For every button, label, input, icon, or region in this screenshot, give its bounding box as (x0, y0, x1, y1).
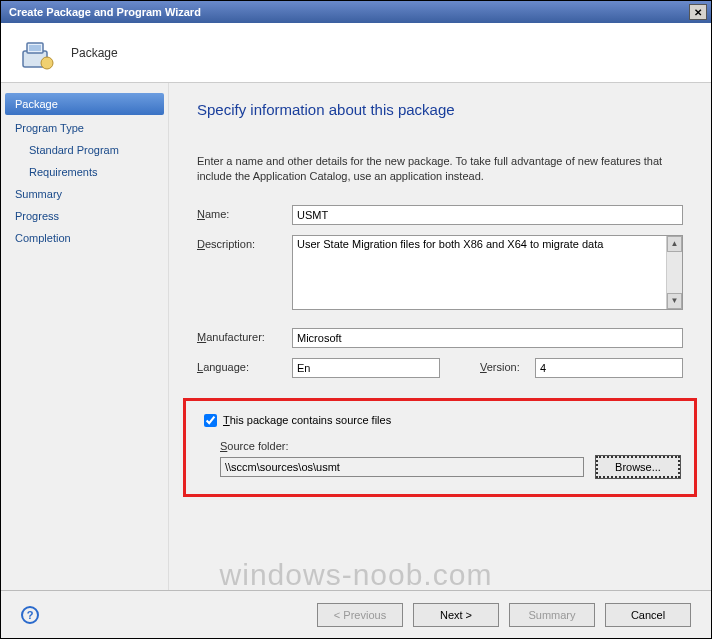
content-area: Package Program Type Standard Program Re… (1, 83, 711, 590)
language-input[interactable] (292, 358, 440, 378)
sidebar-item-package[interactable]: Package (5, 93, 164, 115)
sidebar-item-summary[interactable]: Summary (1, 183, 168, 205)
sidebar-item-requirements[interactable]: Requirements (1, 161, 168, 183)
summary-button: Summary (509, 603, 595, 627)
description-label: Description: (197, 235, 292, 250)
instruction-text: Enter a name and other details for the n… (197, 154, 683, 185)
manufacturer-input[interactable] (292, 328, 683, 348)
svg-rect-2 (29, 45, 41, 51)
source-files-checkbox-label: This package contains source files (223, 414, 391, 426)
sidebar: Package Program Type Standard Program Re… (1, 83, 169, 590)
banner: Package (1, 23, 711, 83)
source-files-checkbox[interactable] (204, 414, 217, 427)
manufacturer-label: Manufacturer: (197, 328, 292, 343)
svg-point-3 (41, 57, 53, 69)
sidebar-item-completion[interactable]: Completion (1, 227, 168, 249)
language-label: Language: (197, 358, 292, 373)
source-files-section: This package contains source files Sourc… (183, 398, 697, 497)
name-input[interactable] (292, 205, 683, 225)
banner-title: Package (71, 46, 118, 60)
sidebar-item-progress[interactable]: Progress (1, 205, 168, 227)
help-icon[interactable]: ? (21, 606, 39, 624)
source-folder-input[interactable] (220, 457, 584, 477)
scroll-up-icon[interactable]: ▲ (667, 236, 682, 252)
page-heading: Specify information about this package (197, 101, 683, 124)
source-folder-label: Source folder: (220, 440, 680, 452)
description-input[interactable] (293, 236, 666, 309)
titlebar: Create Package and Program Wizard ✕ (1, 1, 711, 23)
close-icon: ✕ (694, 7, 702, 18)
scroll-down-icon[interactable]: ▼ (667, 293, 682, 309)
version-input[interactable] (535, 358, 683, 378)
package-icon (17, 33, 57, 73)
description-wrap: ▲ ▼ (292, 235, 683, 310)
description-scrollbar[interactable]: ▲ ▼ (666, 236, 682, 309)
version-label: Version: (480, 358, 535, 373)
browse-button[interactable]: Browse... (596, 456, 680, 478)
previous-button: < Previous (317, 603, 403, 627)
sidebar-item-standard-program[interactable]: Standard Program (1, 139, 168, 161)
window-title: Create Package and Program Wizard (5, 6, 689, 18)
button-bar: ? < Previous Next > Summary Cancel (1, 590, 711, 638)
main-panel: Specify information about this package E… (169, 83, 711, 590)
cancel-button[interactable]: Cancel (605, 603, 691, 627)
sidebar-item-program-type[interactable]: Program Type (1, 117, 168, 139)
next-button[interactable]: Next > (413, 603, 499, 627)
close-button[interactable]: ✕ (689, 4, 707, 20)
name-label: Name: (197, 205, 292, 220)
